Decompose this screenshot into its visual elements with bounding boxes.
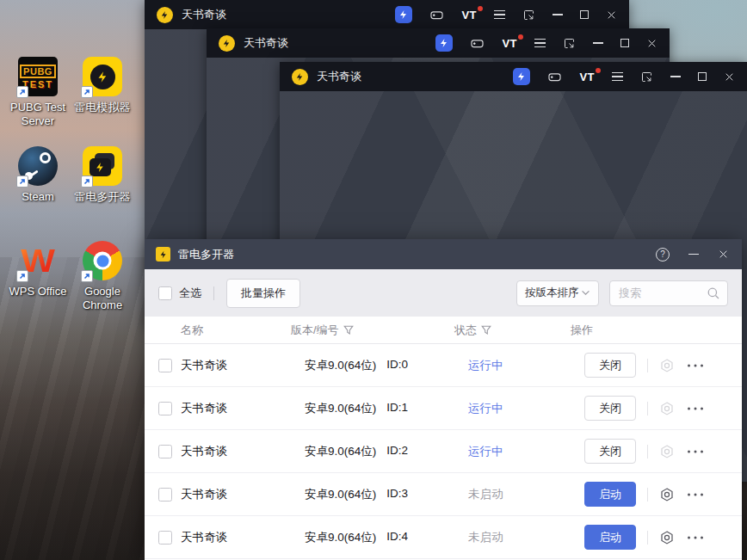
- row-checkbox[interactable]: [158, 445, 172, 458]
- desktop-icon-google-chrome[interactable]: Google Chrome: [65, 241, 140, 313]
- instance-name: 天书奇谈: [172, 487, 305, 502]
- notification-dot: [596, 68, 601, 73]
- multi-instance-icon[interactable]: [640, 71, 653, 83]
- instance-table: 天书奇谈 安卓9.0(64位)ID:0 运行中 关闭 天书奇谈 安卓9.0(64…: [145, 344, 742, 560]
- minimize-button[interactable]: [688, 254, 699, 255]
- more-button[interactable]: [687, 492, 704, 497]
- settings-icon[interactable]: [659, 487, 675, 502]
- shortcut-arrow-icon: [16, 86, 28, 98]
- shortcut-arrow-icon: [81, 175, 93, 188]
- vt-badge[interactable]: VT: [502, 37, 517, 50]
- row-checkbox[interactable]: [158, 359, 172, 372]
- instance-name: 天书奇谈: [172, 530, 305, 545]
- toolbar: 全选 批量操作 按版本排序: [145, 269, 742, 317]
- divider: [647, 488, 648, 502]
- close-button[interactable]: [724, 71, 735, 83]
- close-button[interactable]: [646, 38, 657, 49]
- settings-icon[interactable]: [659, 358, 675, 373]
- maximize-button[interactable]: [698, 72, 707, 81]
- close-instance-button[interactable]: 关闭: [584, 439, 636, 464]
- start-instance-button[interactable]: 启动: [584, 525, 636, 550]
- search-box: [609, 280, 728, 306]
- select-all-checkbox[interactable]: [158, 286, 172, 300]
- row-checkbox[interactable]: [158, 531, 172, 545]
- settings-icon[interactable]: [659, 530, 675, 545]
- header-status: 状态: [454, 323, 477, 338]
- instance-id: ID:3: [386, 487, 408, 502]
- instance-name: 天书奇谈: [172, 401, 305, 416]
- search-icon: [706, 286, 721, 301]
- divider: [213, 286, 214, 300]
- instance-name: 天书奇谈: [172, 444, 305, 459]
- app-logo-icon: [156, 247, 170, 262]
- gamepad-icon[interactable]: [547, 70, 562, 84]
- vt-badge[interactable]: VT: [579, 71, 595, 83]
- more-button[interactable]: [687, 363, 704, 368]
- maximize-button[interactable]: [580, 10, 589, 19]
- minimize-button[interactable]: [593, 42, 603, 44]
- boost-icon[interactable]: [513, 68, 530, 85]
- row-checkbox[interactable]: [158, 488, 172, 502]
- help-button[interactable]: ?: [656, 248, 670, 262]
- desktop-icon-ldplayer[interactable]: 雷电模拟器: [65, 57, 140, 114]
- gamepad-icon[interactable]: [470, 36, 485, 51]
- sort-dropdown[interactable]: 按版本排序: [516, 280, 599, 306]
- instance-status: 运行中: [468, 444, 584, 459]
- settings-icon[interactable]: [659, 444, 675, 459]
- instance-row: 天书奇谈 安卓9.0(64位)ID:4 未启动 启动: [145, 516, 742, 559]
- start-instance-button[interactable]: 启动: [584, 482, 636, 507]
- menu-icon[interactable]: [494, 10, 505, 20]
- more-button[interactable]: [687, 449, 704, 454]
- notification-dot: [478, 6, 483, 11]
- shortcut-arrow-icon: [81, 86, 93, 98]
- batch-operations-button[interactable]: 批量操作: [226, 279, 300, 308]
- app-logo-icon: [219, 35, 235, 52]
- titlebar[interactable]: 天书奇谈 VT: [207, 28, 670, 58]
- desktop-wallpaper: PUBG TEST PUBG Test Server 雷电模拟器 Steam 雷…: [0, 0, 747, 560]
- instance-id: ID:2: [386, 444, 408, 459]
- instance-row: 天书奇谈 安卓9.0(64位)ID:0 运行中 关闭: [145, 344, 742, 387]
- app-logo-icon: [157, 7, 173, 23]
- filter-icon[interactable]: [481, 325, 491, 335]
- menu-icon[interactable]: [534, 39, 546, 48]
- desktop-icon-label: 雷电多开器: [75, 190, 131, 204]
- divider: [647, 531, 648, 545]
- instance-status: 运行中: [468, 358, 584, 373]
- desktop-icon-label: Steam: [22, 190, 54, 204]
- header-name: 名称: [145, 323, 291, 338]
- maximize-button[interactable]: [620, 39, 629, 47]
- close-instance-button[interactable]: 关闭: [584, 353, 636, 378]
- titlebar[interactable]: 天书奇谈 VT: [145, 0, 629, 29]
- titlebar[interactable]: 雷电多开器 ?: [145, 239, 742, 269]
- window-title: 天书奇谈: [244, 35, 288, 51]
- shortcut-arrow-icon: [16, 270, 28, 282]
- window-title: 雷电多开器: [178, 247, 234, 262]
- boost-icon[interactable]: [435, 34, 453, 52]
- vt-badge[interactable]: VT: [461, 9, 477, 22]
- minimize-button[interactable]: [553, 14, 563, 15]
- instance-row: 天书奇谈 安卓9.0(64位)ID:3 未启动 启动: [145, 473, 742, 516]
- instance-version: 安卓9.0(64位): [305, 358, 376, 373]
- chevron-down-icon: [581, 290, 590, 296]
- settings-icon[interactable]: [659, 401, 675, 416]
- ldplayer-icon: [83, 57, 122, 96]
- filter-icon[interactable]: [343, 325, 354, 335]
- gamepad-icon[interactable]: [429, 8, 444, 22]
- close-button[interactable]: [606, 9, 617, 21]
- multi-instance-icon[interactable]: [563, 37, 576, 50]
- app-logo-icon: [292, 69, 308, 85]
- desktop-icon-label: WPS Office: [9, 285, 67, 298]
- close-instance-button[interactable]: 关闭: [584, 396, 636, 421]
- multi-instance-icon[interactable]: [522, 9, 535, 22]
- minimize-button[interactable]: [670, 76, 681, 77]
- desktop-icon-ld-multi-opener[interactable]: 雷电多开器: [65, 146, 140, 204]
- row-checkbox[interactable]: [158, 402, 172, 415]
- titlebar[interactable]: 天书奇谈 VT: [280, 62, 747, 91]
- pubg-icon: PUBG TEST: [18, 57, 58, 96]
- window-title: 天书奇谈: [182, 7, 226, 22]
- more-button[interactable]: [687, 406, 704, 411]
- menu-icon[interactable]: [612, 72, 623, 82]
- more-button[interactable]: [687, 535, 704, 540]
- boost-icon[interactable]: [395, 6, 412, 23]
- close-button[interactable]: [718, 249, 729, 260]
